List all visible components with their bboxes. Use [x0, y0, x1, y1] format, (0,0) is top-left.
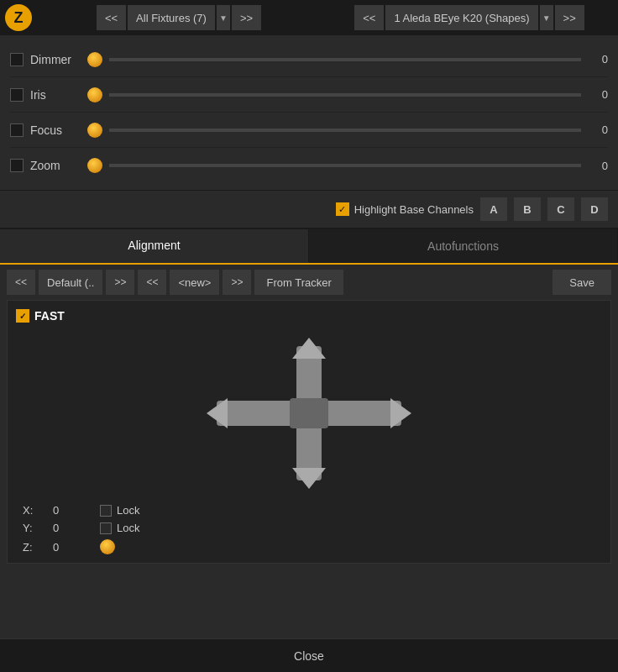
- alignment-new-next-button[interactable]: >>: [223, 270, 251, 295]
- iris-value: 0: [588, 88, 608, 101]
- svg-rect-6: [290, 398, 328, 428]
- x-lock-checkbox[interactable]: [100, 505, 112, 517]
- fixture-nav-left: << All Fixtures (7) ▼ >>: [35, 5, 322, 30]
- z-axis-label: Z:: [23, 541, 48, 554]
- iris-label: Iris: [30, 88, 81, 102]
- close-bar: Close: [0, 638, 618, 672]
- highlight-bar: ✓ Highlight Base Channels A B C D: [0, 191, 618, 229]
- app-logo: Z: [5, 4, 32, 31]
- dimmer-label: Dimmer: [30, 53, 81, 66]
- fast-label-row: ✓ FAST: [16, 309, 602, 323]
- fixture-left-dropdown-arrow[interactable]: ▼: [217, 5, 230, 30]
- fixture-right-dropdown-arrow[interactable]: ▼: [540, 5, 553, 30]
- fixture-nav-right: << 1 Aleda BEye K20 (Shapes) ▼ >>: [326, 5, 613, 30]
- channel-row: Iris 0: [10, 77, 608, 113]
- tab-autofunctions[interactable]: Autofunctions: [309, 229, 618, 263]
- channels-section: Dimmer 0 Iris 0 Focus 0 Zoom 0: [0, 35, 618, 191]
- dimmer-slider[interactable]: [109, 58, 581, 61]
- x-axis-label: X:: [23, 504, 48, 517]
- channel-row: Dimmer 0: [10, 42, 608, 77]
- highlight-checkbox[interactable]: ✓: [336, 202, 349, 216]
- alignment-controls: << Default (.. >> << <new> >> From Track…: [0, 265, 618, 300]
- zoom-dot[interactable]: [87, 158, 102, 173]
- y-lock-label: Lock: [117, 522, 139, 534]
- fast-text: FAST: [34, 309, 65, 323]
- fixture-right-next-button[interactable]: >>: [555, 5, 584, 30]
- focus-dot[interactable]: [87, 123, 102, 138]
- fast-checkbox[interactable]: ✓: [16, 309, 29, 323]
- x-lock-row: Lock: [100, 504, 201, 517]
- button-d[interactable]: D: [581, 197, 608, 221]
- fixture-left-next-button[interactable]: >>: [232, 5, 261, 30]
- button-c[interactable]: C: [547, 197, 574, 221]
- focus-checkbox[interactable]: [10, 123, 24, 137]
- fixture-right-label: 1 Aleda BEye K20 (Shapes): [385, 5, 537, 30]
- iris-slider[interactable]: [109, 93, 581, 97]
- zoom-label: Zoom: [30, 159, 81, 172]
- from-tracker-button[interactable]: From Tracker: [254, 270, 343, 295]
- iris-dot[interactable]: [87, 87, 102, 102]
- close-button[interactable]: Close: [0, 639, 618, 672]
- y-lock-row: Lock: [100, 522, 201, 534]
- alignment-preset-label: Default (..: [39, 270, 102, 295]
- alignment-new-label: <new>: [170, 270, 219, 295]
- alignment-prev-button[interactable]: <<: [7, 270, 35, 295]
- iris-checkbox[interactable]: [10, 88, 24, 102]
- alignment-new-prev-button[interactable]: <<: [138, 270, 166, 295]
- button-b[interactable]: B: [514, 197, 541, 221]
- dimmer-value: 0: [588, 53, 608, 66]
- y-axis-value: 0: [53, 522, 95, 534]
- dimmer-dot[interactable]: [87, 52, 102, 67]
- alignment-next-button[interactable]: >>: [106, 270, 134, 295]
- zoom-value: 0: [588, 160, 608, 172]
- focus-label: Focus: [30, 123, 81, 137]
- z-axis-value: 0: [53, 541, 95, 554]
- highlight-checkbox-wrap[interactable]: ✓ Highlight Base Channels: [336, 202, 474, 216]
- focus-slider[interactable]: [109, 129, 581, 132]
- fixture-right-prev-button[interactable]: <<: [354, 5, 384, 30]
- z-dot[interactable]: [100, 539, 115, 554]
- y-lock-checkbox[interactable]: [100, 522, 112, 534]
- dimmer-checkbox[interactable]: [10, 53, 24, 66]
- zoom-slider[interactable]: [109, 164, 581, 167]
- highlight-label: Highlight Base Channels: [354, 203, 474, 216]
- x-axis-value: 0: [53, 504, 95, 517]
- channel-row: Focus 0: [10, 113, 608, 148]
- channel-row: Zoom 0: [10, 148, 608, 183]
- tabs-row: Alignment Autofunctions: [0, 229, 618, 265]
- tab-alignment[interactable]: Alignment: [0, 229, 309, 263]
- zoom-checkbox[interactable]: [10, 159, 24, 172]
- x-lock-label: Lock: [117, 504, 139, 517]
- fixture-left-prev-button[interactable]: <<: [97, 5, 126, 30]
- focus-value: 0: [588, 123, 608, 136]
- header: Z << All Fixtures (7) ▼ >> << 1 Aleda BE…: [0, 0, 618, 35]
- y-axis-label: Y:: [23, 522, 48, 534]
- joystick-pad[interactable]: [191, 329, 427, 497]
- save-button[interactable]: Save: [553, 270, 611, 295]
- button-a[interactable]: A: [480, 197, 507, 221]
- alignment-pad-container: ✓ FAST X:: [7, 300, 611, 564]
- fixture-left-label: All Fixtures (7): [128, 5, 215, 30]
